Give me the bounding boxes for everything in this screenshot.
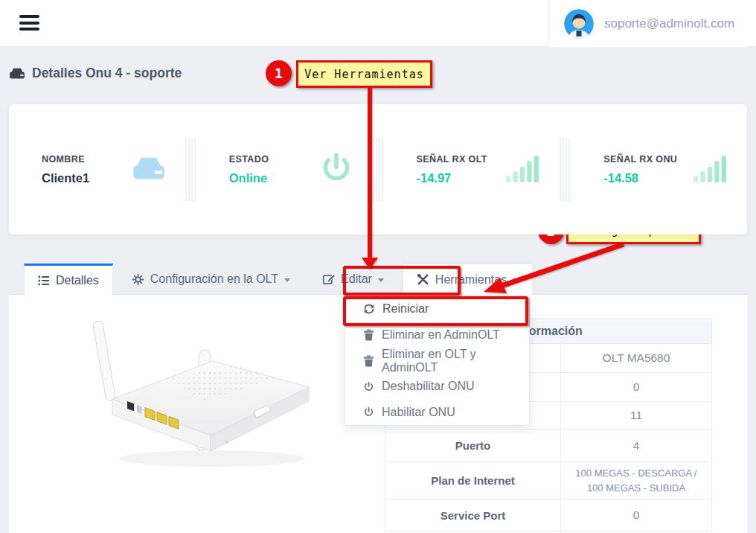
menu-item-label: Eliminar en AdminOLT (382, 328, 500, 342)
table-row: Puerto 4 (385, 430, 712, 462)
row-value: 0 (561, 500, 712, 532)
tab-label: Detalles (56, 274, 99, 287)
divider (185, 138, 196, 202)
row-label: Plan de Internet (385, 462, 561, 500)
stat-label: NOMBRE (42, 154, 89, 165)
page-title-bar: Detalles Onu 4 - soporte (9, 66, 182, 81)
row-value: 100 MEGAS - DESCARGA / 100 MEGAS - SUBID… (561, 462, 712, 500)
menu-item-label: Deshabilitar ONU (382, 380, 474, 393)
table-row: Plan de Internet 100 MEGAS - DESCARGA / … (385, 462, 712, 500)
onu-status-card: NOMBRE Cliente1 ESTADO Online (9, 104, 747, 234)
stat-senal-rx-onu: SEÑAL RX ONU -14.58 (571, 104, 747, 234)
row-value: OLT MA5680 (561, 344, 712, 373)
user-avatar (564, 9, 594, 39)
adminolt-onu-details-page: soporte@adminolt.com Detalles Onu 4 - so… (0, 0, 756, 533)
menu-item-label: Habilitar ONU (382, 406, 455, 419)
page-title: Detalles Onu 4 - soporte (32, 66, 182, 81)
row-value: 4 (561, 430, 712, 462)
stat-value: -14.58 (603, 171, 677, 185)
annotation-arrow-down (368, 87, 372, 258)
stat-value: Cliente1 (42, 171, 89, 185)
gear-icon (132, 273, 144, 286)
tab-configuracion-olt[interactable]: Configuración en la OLT (118, 264, 304, 295)
stat-value: Online (229, 171, 269, 185)
row-value: 0 (561, 373, 712, 402)
annotation-step-1-badge: 1 (266, 60, 292, 86)
table-row: Service Port 0 (385, 500, 712, 532)
row-label: Puerto (385, 430, 561, 462)
list-icon (38, 275, 50, 287)
menu-item-label: Eliminar en OLT y AdminOLT (382, 348, 529, 374)
chevron-down-icon (284, 278, 290, 282)
annotation-arrow-down-head (362, 258, 378, 269)
row-value: 11 (561, 402, 712, 430)
edit-icon (322, 273, 335, 286)
top-navbar: soporte@adminolt.com (0, 0, 756, 47)
highlight-box-reiniciar (343, 296, 528, 326)
row-label: Service Port (385, 500, 561, 532)
menu-item-habilitar-onu[interactable]: Habilitar ONU (345, 400, 529, 426)
divider (560, 138, 571, 202)
stat-senal-rx-olt: SEÑAL RX OLT -14.97 (384, 104, 560, 234)
divider (373, 138, 384, 202)
power-icon (319, 151, 353, 188)
user-email: soporte@adminolt.com (604, 16, 734, 31)
annotation-arrow-diagonal (476, 241, 632, 301)
hamburger-menu-icon[interactable] (19, 15, 40, 31)
tab-label: Configuración en la OLT (150, 272, 278, 286)
menu-item-deshabilitar-onu[interactable]: Deshabilitar ONU (345, 374, 529, 400)
annotation-step-1-label: Ver Herramientas (296, 60, 432, 88)
trash-icon (363, 355, 374, 367)
stat-label: SEÑAL RX ONU (603, 154, 677, 165)
power-icon (363, 381, 374, 392)
menu-item-eliminar-olt-adminolt[interactable]: Eliminar en OLT y AdminOLT (345, 348, 529, 374)
power-icon (363, 406, 374, 418)
tab-detalles[interactable]: Detalles (24, 264, 113, 295)
device-icon (132, 153, 166, 186)
stat-nombre: NOMBRE Cliente1 (9, 104, 185, 234)
signal-bars-icon (693, 153, 728, 187)
stat-label: SEÑAL RX OLT (417, 154, 487, 165)
device-icon (9, 66, 25, 80)
onu-product-image (78, 304, 335, 482)
highlight-box-herramientas (343, 266, 461, 296)
signal-bars-icon (506, 153, 540, 187)
stat-label: ESTADO (229, 154, 269, 165)
user-menu[interactable]: soporte@adminolt.com (548, 0, 748, 47)
stat-estado: ESTADO Online (196, 104, 373, 234)
trash-icon (363, 329, 374, 341)
stat-value: -14.97 (417, 171, 487, 185)
